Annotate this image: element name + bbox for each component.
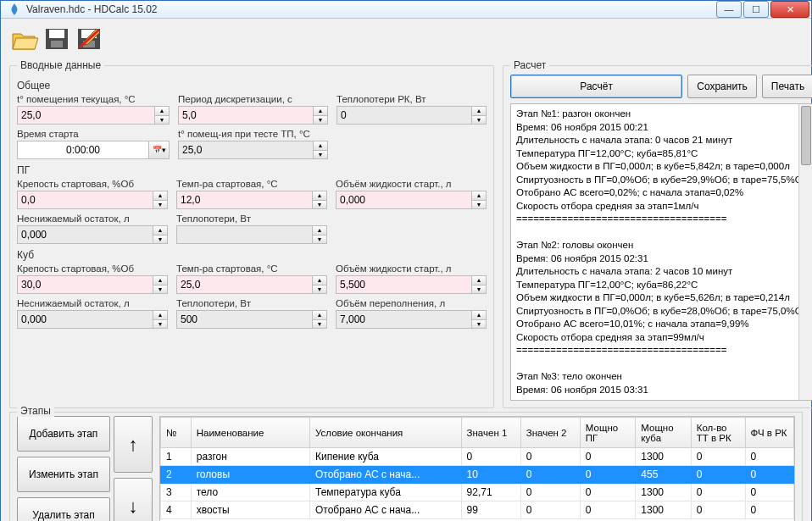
open-icon[interactable] (9, 25, 40, 53)
maximize-button[interactable]: ☐ (743, 1, 769, 18)
cell-p_kub[interactable]: 1300 (636, 502, 691, 519)
cell-v2[interactable]: 0 (520, 502, 580, 519)
pg-strength-input[interactable]: ▲▼ (17, 191, 168, 209)
cell-n[interactable]: 4 (161, 502, 192, 519)
edit-icon[interactable] (74, 25, 104, 53)
cell-p_kub[interactable]: 1300 (636, 448, 691, 466)
pg-strength-label: Крепость стартовая, %Об (17, 179, 168, 189)
calc-group: Расчет Расчёт Сохранить Печать Этап №1: … (503, 59, 812, 408)
log-line: ===================================== (516, 344, 808, 357)
cell-cond[interactable]: Кипение куба (310, 448, 462, 466)
calculate-button[interactable]: Расчёт (510, 75, 682, 98)
col-p-pg[interactable]: Мощно ПГ (580, 418, 635, 448)
col-v2[interactable]: Значен 2 (520, 418, 580, 448)
kub-label: Куб (17, 249, 487, 261)
cell-cond[interactable]: Температура куба (310, 484, 462, 502)
calc-legend: Расчет (510, 59, 549, 71)
kub-temp-input[interactable]: ▲▼ (176, 275, 327, 294)
cell-fch[interactable]: 0 (745, 466, 793, 484)
print-button[interactable]: Печать (762, 75, 812, 98)
cell-fch[interactable]: 0 (745, 502, 793, 519)
heatloss-rk-input[interactable]: ▲▼ (336, 106, 487, 125)
cell-p_pg[interactable]: 0 (580, 502, 635, 519)
kub-strength-input[interactable]: ▲▼ (17, 275, 168, 294)
cell-n[interactable]: 2 (161, 466, 192, 484)
cell-cond[interactable]: Отобрано АС с нача... (310, 466, 462, 484)
cell-p_kub[interactable]: 1300 (636, 484, 691, 502)
kub-vol-label: Объём жидкости старт., л (336, 263, 487, 274)
col-n[interactable]: № (161, 418, 192, 448)
table-row[interactable]: 2головыОтобрано АС с нача...100045500 (161, 466, 794, 484)
cell-cond[interactable]: Отобрано АС с нача... (310, 502, 462, 519)
log-line: Время: 06 ноября 2015 03:31 (516, 384, 808, 397)
log-scrollbar[interactable] (798, 104, 812, 400)
pg-residual-input[interactable]: ▲▼ (17, 225, 168, 244)
cell-p_kub[interactable]: 455 (636, 466, 691, 484)
kub-heatloss-label: Теплопотери, Вт (176, 298, 327, 308)
save-icon[interactable] (42, 25, 72, 53)
cell-name[interactable]: тело (191, 484, 309, 502)
cell-n[interactable]: 3 (161, 484, 192, 502)
log-line: Отобрано АС всего=10,01%; с начала этапа… (516, 318, 808, 331)
cell-v1[interactable]: 10 (461, 466, 520, 484)
pg-temp-input[interactable]: ▲▼ (176, 191, 327, 209)
stages-table[interactable]: № Наименование Условие окончания Значен … (159, 416, 795, 521)
kub-residual-input[interactable]: ▲▼ (17, 310, 168, 329)
cell-v2[interactable]: 0 (520, 466, 580, 484)
log-line: Скорость отбора средняя за этап=99мл/ч (516, 331, 808, 345)
cell-tt[interactable]: 0 (691, 502, 745, 519)
cell-name[interactable]: разгон (191, 448, 309, 466)
input-legend: Вводные данные (17, 59, 104, 71)
svg-rect-1 (49, 30, 64, 38)
t-room-test-input[interactable]: ▲▼ (178, 141, 328, 159)
pg-vol-input[interactable]: ▲▼ (336, 191, 487, 209)
period-input[interactable]: ▲▼ (178, 106, 328, 125)
cell-fch[interactable]: 0 (745, 484, 793, 502)
cell-v2[interactable]: 0 (520, 484, 580, 502)
cell-p_pg[interactable]: 0 (580, 466, 635, 484)
add-stage-button[interactable]: Добавить этап (17, 416, 110, 452)
col-p-kub[interactable]: Мощно куба (636, 418, 691, 448)
cell-n[interactable]: 1 (161, 448, 192, 466)
col-v1[interactable]: Значен 1 (461, 418, 520, 448)
kub-vol-input[interactable]: ▲▼ (336, 275, 487, 294)
kub-overflow-input[interactable]: ▲▼ (336, 310, 487, 329)
edit-stage-button[interactable]: Изменить этап (17, 457, 110, 492)
minimize-button[interactable]: — (716, 1, 742, 18)
table-row[interactable]: 4хвостыОтобрано АС с нача...9900130000 (161, 502, 794, 519)
table-row[interactable]: 1разгонКипение куба000130000 (161, 448, 794, 466)
cell-p_pg[interactable]: 0 (580, 448, 635, 466)
pg-heatloss-input[interactable]: ▲▼ (176, 225, 327, 244)
cell-v1[interactable]: 99 (461, 502, 520, 519)
cell-v1[interactable]: 0 (461, 448, 520, 466)
t-room-test-label: t° помещ-ия при тесте ТП, °C (178, 129, 328, 139)
delete-stage-button[interactable]: Удалить этап (17, 497, 110, 521)
titlebar: Valraven.hdc - HDCalc 15.02 — ☐ ✕ (1, 1, 811, 19)
log-line: Объем жидкости в ПГ=0,000л; в кубе=5,626… (516, 291, 808, 305)
close-button[interactable]: ✕ (770, 1, 809, 18)
save-button[interactable]: Сохранить (687, 75, 757, 98)
cell-tt[interactable]: 0 (691, 484, 745, 502)
cell-tt[interactable]: 0 (691, 448, 745, 466)
app-window: Valraven.hdc - HDCalc 15.02 — ☐ ✕ Вводны… (0, 0, 812, 521)
cell-tt[interactable]: 0 (691, 466, 745, 484)
log-output: Этап №1: разгон оконченВремя: 06 ноября … (510, 103, 812, 401)
cell-name[interactable]: хвосты (191, 502, 309, 519)
col-tt[interactable]: Кол-во ТТ в РК (691, 418, 745, 448)
t-room-input[interactable]: ▲▼ (17, 106, 170, 125)
cell-fch[interactable]: 0 (745, 448, 793, 466)
log-line: Этап №1: разгон окончен (516, 108, 808, 121)
col-name[interactable]: Наименование (191, 418, 309, 448)
log-line (516, 357, 808, 371)
start-time-input[interactable]: 📅▾ (17, 141, 170, 159)
move-down-button[interactable]: ↓ (114, 478, 153, 521)
move-up-button[interactable]: ↑ (114, 416, 153, 473)
cell-v2[interactable]: 0 (520, 448, 580, 466)
cell-p_pg[interactable]: 0 (580, 484, 635, 502)
cell-v1[interactable]: 92,71 (461, 484, 520, 502)
col-fch[interactable]: ФЧ в РК (745, 418, 793, 448)
cell-name[interactable]: головы (191, 466, 309, 484)
col-cond[interactable]: Условие окончания (310, 418, 462, 448)
kub-heatloss-input[interactable]: ▲▼ (176, 310, 327, 329)
table-row[interactable]: 3телоТемпература куба92,7100130000 (161, 484, 794, 502)
